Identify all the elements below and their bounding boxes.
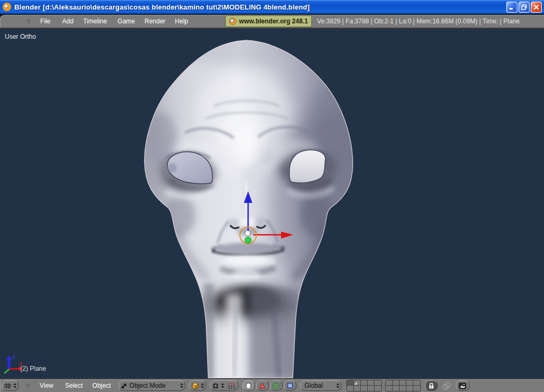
manipulator-toggle-button[interactable]: [242, 380, 255, 391]
alien-head-model[interactable]: [128, 32, 389, 378]
menu-add[interactable]: Add: [60, 18, 75, 25]
editor-type-spinner[interactable]: [13, 383, 16, 388]
rotate-circle-icon: [273, 382, 279, 389]
layer-6[interactable]: [386, 380, 393, 386]
scene-lock-button[interactable]: [425, 380, 438, 391]
header-collapse-icon-bottom[interactable]: ▽: [23, 383, 33, 389]
orientation-dropdown[interactable]: Global: [300, 380, 342, 391]
layer-8[interactable]: [400, 380, 406, 386]
layer-10[interactable]: [413, 380, 420, 386]
orientation-spinner[interactable]: [336, 383, 339, 388]
viewport-canvas: z x: [0, 29, 544, 378]
layer-14[interactable]: [368, 386, 375, 391]
minimize-icon: [509, 4, 515, 10]
view-mode-label: User Ortho: [5, 33, 36, 40]
draw-type-dropdown[interactable]: [189, 380, 206, 391]
solid-shading-icon: [191, 382, 199, 390]
3d-view-editor-icon: [4, 382, 12, 389]
blender-logo-icon: [229, 18, 236, 25]
mode-dropdown-label: Object Mode: [128, 382, 178, 389]
proportional-rings-button[interactable]: [441, 381, 453, 390]
mode-dropdown[interactable]: Object Mode: [118, 380, 185, 391]
manipulator-y-handle[interactable]: [245, 237, 251, 243]
blender-app-icon: [3, 3, 11, 11]
render-window-button[interactable]: [456, 380, 470, 391]
layer-17[interactable]: [393, 386, 400, 391]
pivot-group: Ω: [210, 380, 239, 391]
active-object-label: (2) Plane: [20, 365, 46, 372]
layer-11[interactable]: [347, 386, 354, 391]
layer-9[interactable]: [406, 380, 413, 386]
object-mode-icon: [121, 382, 128, 389]
window-title: Blender [d:\Aleksaurio\descargas\cosas b…: [14, 3, 505, 11]
scene-stats: Ve:3829 | Fa:3788 | Ob:2-1 | La:0 | Mem:…: [317, 18, 520, 25]
info-header: ▽ File Add Timeline Game Render Help www…: [0, 14, 544, 29]
menu-object[interactable]: Object: [90, 382, 113, 389]
pivot-spinner[interactable]: [221, 383, 224, 388]
orientation-label: Global: [302, 382, 335, 389]
layer-15[interactable]: [375, 386, 381, 391]
close-icon: [533, 4, 539, 10]
render-image-icon: [458, 382, 466, 389]
menu-help[interactable]: Help: [173, 18, 190, 25]
blender-org-badge[interactable]: www.blender.org 248.1: [225, 15, 312, 27]
viewport-header: ▽ View Select Object Object Mode Ω: [0, 378, 544, 392]
layer-2[interactable]: [354, 380, 361, 386]
rotate-manipulator-button[interactable]: [270, 380, 283, 391]
layer-3[interactable]: [361, 380, 368, 386]
layer-5[interactable]: [375, 380, 381, 386]
close-button[interactable]: [531, 2, 542, 13]
translate-triangle-icon: [259, 382, 266, 389]
layer-16[interactable]: [386, 386, 393, 391]
layer-1[interactable]: [347, 380, 354, 386]
menu-view[interactable]: View: [38, 382, 56, 389]
layer-buttons-group-1[interactable]: [346, 380, 382, 391]
layer-7[interactable]: [393, 380, 400, 386]
pivot-point: [245, 231, 250, 236]
3d-viewport[interactable]: User Ortho (2) Plane: [0, 29, 544, 378]
scale-square-icon: [287, 382, 293, 389]
draw-type-spinner[interactable]: [201, 383, 204, 388]
restore-button[interactable]: [518, 2, 530, 13]
minimize-button[interactable]: [506, 2, 517, 13]
layer-19[interactable]: [406, 386, 413, 391]
layer-18[interactable]: [400, 386, 406, 391]
pivot-dropdown-icon[interactable]: Ω: [212, 382, 219, 390]
menu-select[interactable]: Select: [63, 382, 85, 389]
individual-centers-icon[interactable]: [227, 382, 236, 389]
blender-window: Blender [d:\Aleksaurio\descargas\cosas b…: [0, 0, 544, 392]
translate-manipulator-button[interactable]: [256, 380, 269, 391]
menu-game[interactable]: Game: [115, 18, 137, 25]
layer-buttons-group-2[interactable]: [385, 380, 421, 391]
menu-timeline[interactable]: Timeline: [81, 18, 109, 25]
badge-label: www.blender.org 248.1: [239, 18, 308, 25]
layer-13[interactable]: [361, 386, 368, 391]
axis-z-label: z: [12, 354, 15, 360]
header-collapse-icon[interactable]: ▽: [23, 19, 34, 24]
lock-icon: [428, 382, 435, 389]
layer-4[interactable]: [368, 380, 375, 386]
mode-spinner[interactable]: [180, 383, 183, 388]
restore-icon: [521, 4, 527, 10]
layer-12[interactable]: [354, 386, 361, 391]
editor-type-button[interactable]: [2, 380, 19, 391]
layer-20[interactable]: [413, 386, 420, 391]
window-titlebar[interactable]: Blender [d:\Aleksaurio\descargas\cosas b…: [0, 0, 544, 14]
scale-manipulator-button[interactable]: [284, 380, 296, 391]
menu-render[interactable]: Render: [142, 18, 167, 25]
hand-icon: [245, 382, 252, 389]
layer-object-marker: [354, 382, 357, 385]
menu-file[interactable]: File: [38, 18, 53, 25]
rings-icon: [442, 381, 451, 390]
